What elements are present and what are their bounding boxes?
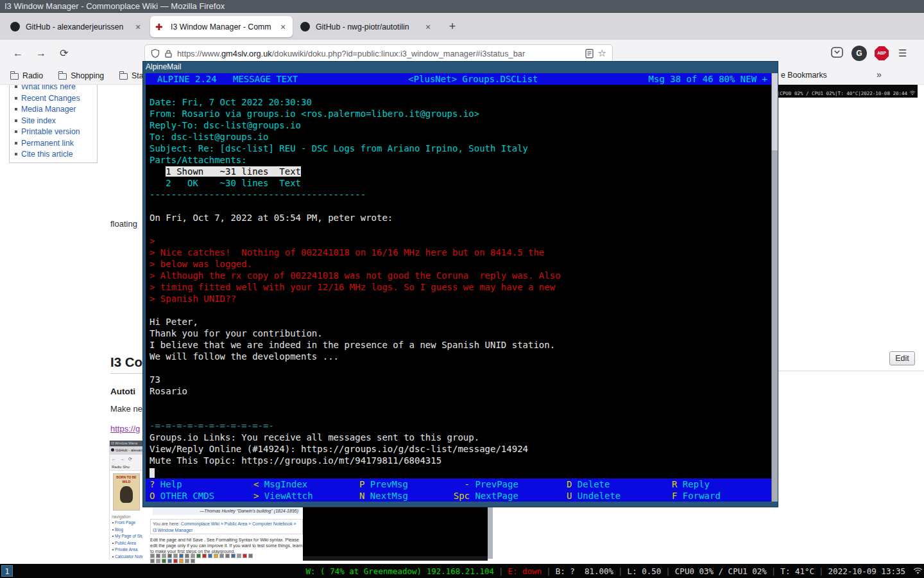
workspace-button[interactable]: 1	[1, 565, 13, 577]
alpine-folder-name: <PlusNet> Groups.DSCList	[298, 73, 648, 85]
editor-icon	[167, 559, 172, 563]
wiki-text-fragment-2: Make ne	[110, 404, 142, 414]
bookmark-star-icon[interactable]: ☆	[598, 48, 606, 59]
menu-command-nextmsg[interactable]: N NextMsg	[359, 490, 408, 502]
bookmark-folder-radio[interactable]: Radio	[10, 71, 43, 80]
menu-command-viewattch[interactable]: > ViewAttch	[253, 490, 313, 502]
bookmark-folder-shopping[interactable]: Shopping	[58, 71, 104, 80]
terminal-line: Subject: Re: [dsc-list] REU - DSC Logs f…	[146, 143, 771, 154]
wiki-section-heading: I3 Co	[110, 355, 142, 374]
bookmarks-right-label[interactable]: e Bookmarks	[781, 71, 827, 80]
dokuwiki-cross-icon: ✚	[155, 22, 166, 32]
i3-status-bar: 1 W: ( 74% at Greenmeadow) 192.168.21.10…	[0, 564, 924, 578]
terminal-line: Groups.io Links: You receive all message…	[146, 432, 771, 443]
alpine-status-bar: ALPINE 2.24 MESSAGE TEXT <PlusNet> Group…	[146, 73, 771, 85]
editor-icon	[231, 554, 235, 558]
thumb-tab: GitHub - alexan	[110, 446, 143, 455]
bookmarks-overflow-chevron[interactable]: »	[877, 69, 882, 80]
menu-key: Spc	[452, 490, 470, 502]
wiki-tools-list: What links hereRecent ChangesMedia Manag…	[10, 82, 97, 161]
account-avatar[interactable]: G	[851, 46, 867, 61]
menu-command-reply[interactable]: R Reply	[672, 478, 710, 490]
menu-command-nextpage[interactable]: Spc NextPage	[452, 490, 518, 502]
menu-command-undelete[interactable]: U Undelete	[567, 490, 620, 502]
forward-button[interactable]: →	[36, 40, 46, 67]
editor-icon	[173, 554, 178, 558]
menu-command-prevmsg[interactable]: P PrevMsg	[359, 478, 408, 490]
menu-command-prevpage[interactable]: - PrevPage	[452, 478, 518, 490]
wiki-edit-button[interactable]: Edit	[889, 351, 915, 365]
wiki-text-fragment: floating	[110, 219, 137, 229]
wiki-tool-link[interactable]: Recent Changes	[15, 93, 97, 105]
url-text[interactable]: https://www.gm4slv.org.uk/dokuwiki/doku.…	[177, 49, 581, 58]
wiki-tool-link[interactable]: Cite this article	[15, 149, 97, 161]
wiki-tool-label: Cite this article	[21, 150, 73, 159]
wiki-bold-fragment: Autoti	[110, 387, 135, 396]
tab-github-alexanderjeurissen[interactable]: GitHub - alexanderjeurissen×	[5, 16, 148, 37]
editor-icon	[208, 554, 212, 558]
adblock-plus-icon[interactable]: ABP	[875, 46, 889, 60]
wiki-tools-panel: What links hereRecent ChangesMedia Manag…	[9, 78, 98, 163]
thumb-nav-label: navigation	[112, 514, 143, 519]
line-indent	[150, 166, 166, 177]
terminal-line	[146, 362, 771, 374]
editor-icon	[185, 559, 189, 563]
alpine-window-titlebar[interactable]: AlpineMail	[143, 62, 778, 73]
tab-close-icon[interactable]: ×	[133, 22, 142, 32]
wiki-tool-link[interactable]: Permanent link	[15, 138, 97, 150]
reload-button[interactable]: ⟳	[60, 40, 68, 67]
tab-close-icon[interactable]: ×	[424, 22, 432, 32]
alpine-terminal[interactable]: ALPINE 2.24 MESSAGE TEXT <PlusNet> Group…	[146, 73, 771, 502]
terminal-line: > timing fitted well with your 12/16 MHz…	[146, 281, 771, 293]
reader-view-icon[interactable]	[585, 49, 594, 58]
tab-label: GitHub - nwg-piotr/autotilin	[316, 22, 424, 31]
bullet-icon	[15, 97, 17, 100]
menu-command-msgindex[interactable]: < MsgIndex	[253, 478, 307, 490]
mini-wifi-icon	[909, 91, 916, 96]
menu-label: OTHER CMDS	[155, 491, 214, 501]
tab-github-nwg-piotr[interactable]: GitHub - nwg-piotr/autotilin×	[295, 16, 438, 37]
editor-icon	[191, 559, 195, 563]
wiki-tool-label: Printable version	[21, 127, 80, 136]
alpine-message-position: Msg 38 of 46 80% NEW +	[649, 73, 771, 85]
terminal-line	[146, 223, 771, 235]
back-button[interactable]: ←	[13, 40, 23, 67]
lock-icon[interactable]	[164, 49, 173, 58]
menu-label: Help	[155, 479, 182, 489]
editor-icon	[162, 559, 166, 563]
thumb-nav-list: Front PageBlogMy Page of StuffPublic Are…	[110, 520, 143, 559]
wiki-tool-link[interactable]: Media Manager	[15, 104, 97, 116]
status-segment: T: 41°C	[780, 566, 814, 576]
menu-command-other-cmds[interactable]: O OTHER CMDS	[150, 490, 214, 502]
thumb-editor-toolbar-row1	[150, 554, 253, 558]
alpine-message-text: Date: Fri, 7 Oct 2022 20:30:30From: Rosa…	[146, 85, 771, 478]
bullet-icon	[15, 130, 17, 133]
editor-icon	[179, 559, 184, 563]
menu-command-forward[interactable]: F Forward	[672, 490, 721, 502]
github-glyph	[300, 22, 310, 31]
wiki-tool-label: Permanent link	[21, 139, 74, 148]
firefox-window-titlebar[interactable]: I3 Window Manager - Commonplace Wiki — M…	[0, 0, 924, 13]
alpine-scrollbar-thumb[interactable]	[772, 73, 778, 150]
alpine-scrollbar[interactable]	[771, 73, 778, 502]
wiki-tool-label: Site index	[21, 116, 56, 125]
wiki-tool-link[interactable]: Printable version	[15, 127, 97, 138]
folder-icon	[10, 73, 19, 80]
tab-i3-window-manager[interactable]: ✚I3 Window Manager - Comm×	[150, 16, 293, 37]
shield-icon[interactable]	[151, 49, 160, 58]
folder-icon	[119, 73, 128, 80]
wiki-tool-link[interactable]: Site index	[15, 116, 97, 127]
pocket-icon[interactable]	[831, 47, 843, 60]
terminal-line	[146, 304, 771, 316]
new-tab-button[interactable]: +	[444, 18, 461, 35]
status-segment: 2022-10-09 13:35	[828, 566, 905, 576]
menu-command-delete[interactable]: D Delete	[567, 478, 610, 490]
menu-command-help[interactable]: ? Help	[150, 478, 182, 490]
wiki-external-link[interactable]: https://g	[110, 424, 140, 434]
url-scheme: https://www.	[177, 49, 221, 58]
tab-close-icon[interactable]: ×	[278, 22, 287, 32]
section-divider	[778, 371, 924, 371]
menu-hamburger-icon[interactable]: ☰	[898, 40, 907, 67]
url-bar[interactable]: https://www.gm4slv.org.uk/dokuwiki/doku.…	[144, 44, 613, 62]
bookmarks-strip: RadioShoppingStatio	[10, 67, 152, 84]
